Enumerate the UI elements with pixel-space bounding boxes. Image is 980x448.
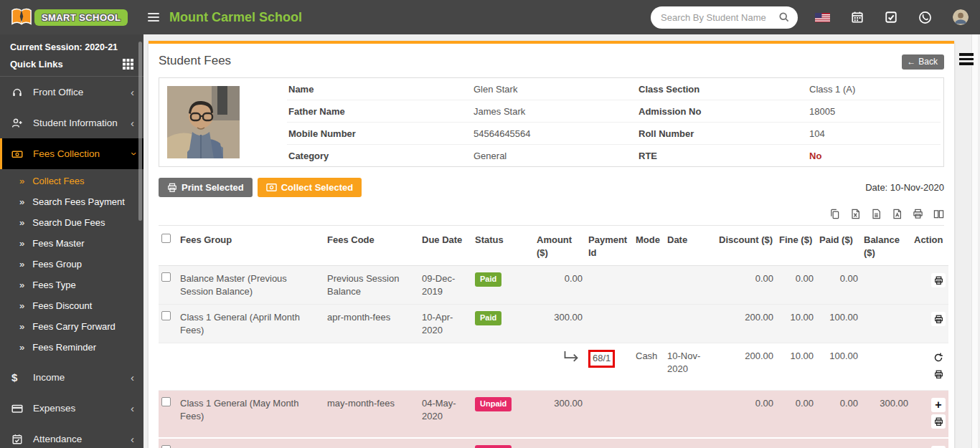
date-cell <box>664 438 716 448</box>
sidebar-subitem-fees-master[interactable]: »Fees Master <box>0 233 143 254</box>
page-title: Student Fees <box>159 54 944 68</box>
smart-school-app: SMART SCHOOL Mount Carmel School <box>0 0 980 448</box>
action-cell <box>911 266 948 305</box>
sidebar-scrollbar[interactable] <box>138 42 142 221</box>
due-date-cell: 10-Apr-2020 <box>419 305 472 343</box>
quick-links-label: Quick Links <box>10 59 63 70</box>
sidebar-subitem-collect-fees[interactable]: »Collect Fees <box>0 171 143 191</box>
date-cell <box>664 391 716 439</box>
whatsapp-icon[interactable] <box>918 11 932 24</box>
sidebar-subitem-label: Fees Discount <box>32 300 92 311</box>
sidebar-subitem-label: Fees Group <box>32 259 82 270</box>
quick-links[interactable]: Quick Links <box>10 59 133 70</box>
print-icon[interactable] <box>913 209 923 219</box>
quick-links-grid-icon[interactable] <box>123 59 133 70</box>
calendar-icon[interactable] <box>851 11 864 24</box>
column-header-date: Date <box>664 227 716 266</box>
add-fee-button[interactable]: + <box>931 398 946 412</box>
print-row-button[interactable] <box>931 367 946 381</box>
search-icon[interactable] <box>778 11 790 23</box>
print-row-button[interactable] <box>931 312 946 326</box>
sidebar-subitem-fees-group[interactable]: »Fees Group <box>0 254 143 275</box>
row-checkbox[interactable] <box>161 397 171 406</box>
student-details-grid: NameGlen StarkClass SectionClass 1 (A)Fa… <box>287 78 943 166</box>
student-field-value: 18005 <box>808 100 941 123</box>
row-checkbox[interactable] <box>161 272 171 282</box>
mode-cell <box>633 266 664 305</box>
fees-group-cell: Balance Master (Previous Session Balance… <box>177 266 324 305</box>
search-input[interactable] <box>661 12 778 23</box>
fees-collection-icon <box>11 148 28 160</box>
fine-cell: 0.00 <box>776 438 816 448</box>
hamburger-icon[interactable] <box>148 13 159 22</box>
back-button[interactable]: ←Back <box>902 54 944 70</box>
student-search-box[interactable] <box>651 6 798 29</box>
due-date-cell: 09-Dec-2019 <box>419 266 472 305</box>
student-field-label: Admission No <box>637 100 808 123</box>
user-avatar[interactable] <box>953 9 969 25</box>
column-header-status: Status <box>472 227 534 266</box>
payment-id-cell <box>585 305 633 343</box>
sidebar-item-label: Attendance <box>33 434 131 444</box>
copy-icon[interactable] <box>829 209 840 219</box>
columns-icon[interactable] <box>933 209 944 219</box>
print-row-button[interactable] <box>931 273 946 287</box>
due-date-cell: 03-Jun-2020 <box>419 438 472 448</box>
student-field-label: RTE <box>637 145 808 166</box>
language-flag-icon[interactable] <box>815 13 830 22</box>
file-icon[interactable] <box>871 209 882 219</box>
payment-id-cell: 68/1 <box>585 343 633 391</box>
smart-school-logo[interactable]: SMART SCHOOL <box>10 7 136 27</box>
discount-cell: 0.00 <box>716 438 776 448</box>
excel-icon[interactable] <box>850 209 861 219</box>
column-header-discount: Discount ($) <box>716 227 776 266</box>
select-all-checkbox[interactable] <box>161 234 171 243</box>
sidebar-subitem-fees-type[interactable]: »Fees Type <box>0 275 143 295</box>
sidebar-item-student-information[interactable]: Student Information‹ <box>0 108 143 138</box>
fee-row: Class 1 General (April Month Fees)apr-mo… <box>159 305 948 343</box>
attendance-icon <box>11 434 28 445</box>
chevron-left-icon: ‹ <box>131 372 134 383</box>
column-header-mode: Mode <box>633 227 664 266</box>
row-checkbox-cell <box>159 438 177 448</box>
empty-cell <box>472 343 534 391</box>
sidebar-item-income[interactable]: $Income‹ <box>0 362 143 393</box>
sidebar-subitem-search-fees-payment[interactable]: »Search Fees Payment <box>0 191 143 212</box>
row-checkbox[interactable] <box>161 311 171 320</box>
app-header: SMART SCHOOL Mount Carmel School <box>0 0 980 34</box>
sidebar-item-expenses[interactable]: Expenses‹ <box>0 393 143 424</box>
sidebar-item-attendance[interactable]: Attendance‹ <box>0 424 143 448</box>
sidebar-subitem-fees-reminder[interactable]: »Fees Reminder <box>0 337 143 358</box>
front-office-icon <box>11 87 28 98</box>
payment-id-cell <box>585 266 633 305</box>
student-field-label: Father Name <box>287 100 472 123</box>
row-checkbox-cell <box>159 266 177 305</box>
collect-selected-button[interactable]: Collect Selected <box>258 178 362 197</box>
paid-cell: 100.00 <box>816 305 861 343</box>
column-header-action: Action <box>911 227 948 266</box>
sidebar-subitem-fees-carry-forward[interactable]: »Fees Carry Forward <box>0 316 143 337</box>
revert-payment-button[interactable] <box>931 351 946 365</box>
paid-cell: 0.00 <box>816 391 861 439</box>
tasks-icon[interactable] <box>885 11 897 24</box>
sidebar-item-front-office[interactable]: Front Office‹ <box>0 77 143 108</box>
chevron-left-icon: ‹ <box>131 87 134 97</box>
action-cell: + <box>911 391 948 439</box>
student-field-value: No <box>808 145 941 166</box>
print-selected-button[interactable]: Print Selected <box>159 178 253 197</box>
sidebar-subitem-search-due-fees[interactable]: »Search Due Fees <box>0 212 143 233</box>
row-checkbox[interactable] <box>161 445 171 448</box>
column-header-paid: Paid ($) <box>816 227 861 266</box>
mode-cell <box>633 391 664 439</box>
sidebar-item-fees-collection[interactable]: Fees Collection‹ <box>0 138 143 169</box>
sidebar-subitem-fees-discount[interactable]: »Fees Discount <box>0 295 143 316</box>
logo-book-icon <box>10 7 33 27</box>
column-header-balance: Balance ($) <box>861 227 911 266</box>
student-field-label: Name <box>287 78 472 100</box>
page-scrollbar[interactable] <box>971 34 978 448</box>
student-field-label: Class Section <box>637 78 808 100</box>
print-row-button[interactable] <box>931 414 946 429</box>
pdf-icon[interactable] <box>892 209 903 219</box>
sidebar-subitem-label: Collect Fees <box>32 176 84 186</box>
card-menu-icon[interactable] <box>959 53 974 65</box>
